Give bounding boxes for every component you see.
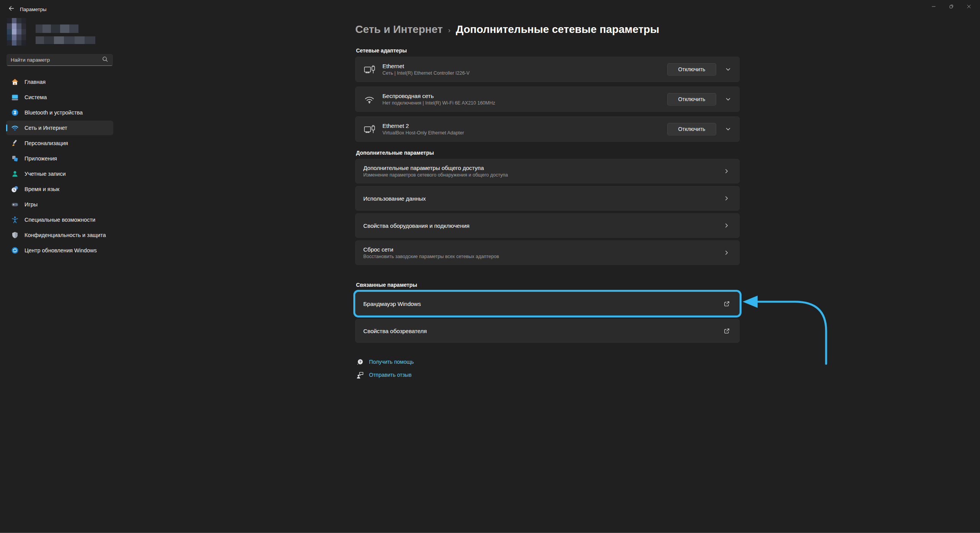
chevron-down-icon[interactable] [724, 95, 732, 103]
settings-row-data-usage[interactable]: Использование данных [355, 186, 740, 211]
sidebar-item-privacy-security[interactable]: Конфиденциальность и защита [6, 228, 113, 242]
settings-row-subtitle: Изменение параметров сетевого обнаружени… [363, 172, 722, 178]
sidebar-item-bluetooth-devices[interactable]: Bluetooth и устройства [6, 105, 113, 120]
search-input[interactable]: Найти параметр [7, 54, 113, 66]
sidebar-item-label: Bluetooth и устройства [24, 110, 83, 116]
sidebar-item-network-internet[interactable]: Сеть и Интернет [6, 121, 113, 135]
send-feedback-link[interactable]: Отправить отзыв [356, 370, 740, 380]
close-button[interactable] [960, 0, 978, 13]
sidebar-item-label: Игры [24, 201, 38, 208]
search-icon[interactable] [102, 56, 109, 64]
sidebar-item-label: Специальные возможности [24, 217, 95, 223]
adapter-row-ethernet[interactable]: Ethernet Сеть | Intel(R) Ethernet Contro… [355, 57, 740, 82]
related-row-internet-options[interactable]: Свойства обозревателя [355, 319, 740, 343]
related-row-title: Брандмауэр Windows [363, 301, 722, 307]
back-button[interactable] [5, 3, 18, 15]
adapter-title: Беспроводная сеть [382, 93, 667, 99]
sidebar: Главная Система Bluetooth и устройства С… [6, 75, 113, 258]
apps-icon [11, 155, 19, 162]
settings-row-subtitle: Восстановить заводские параметры всех се… [363, 254, 722, 259]
chevron-right-icon [722, 194, 731, 203]
sidebar-item-windows-update[interactable]: Центр обновления Windows [6, 243, 113, 258]
close-icon [966, 3, 972, 10]
sidebar-item-label: Время и язык [24, 186, 59, 192]
footer-links: ? Получить помощь Отправить отзыв [356, 356, 740, 380]
chevron-down-icon[interactable] [724, 65, 732, 74]
adapter-subtitle: Сеть | Intel(R) Ethernet Controller I226… [382, 70, 667, 76]
get-help-link[interactable]: ? Получить помощь [356, 356, 740, 367]
sidebar-item-gaming[interactable]: Игры [6, 197, 113, 212]
settings-row-hardware-properties[interactable]: Свойства оборудования и подключения [355, 213, 740, 238]
section-label-related: Связанные параметры [356, 282, 740, 288]
gaming-icon [11, 201, 19, 208]
sidebar-item-accounts[interactable]: Учетные записи [6, 167, 113, 181]
adapter-subtitle: Нет подключения | Intel(R) Wi-Fi 6E AX21… [382, 100, 667, 106]
disable-button[interactable]: Отключить [667, 123, 716, 136]
help-icon: ? [356, 358, 364, 366]
sidebar-item-label: Главная [24, 79, 46, 85]
sidebar-item-time-language[interactable]: Время и язык [6, 182, 113, 196]
settings-row-network-reset[interactable]: Сброс сети Восстановить заводские параме… [355, 240, 740, 265]
bluetooth-icon [11, 109, 19, 116]
disable-button[interactable]: Отключить [667, 63, 716, 76]
sidebar-item-label: Система [24, 94, 47, 100]
time-language-icon [11, 185, 19, 193]
network-icon [11, 124, 19, 132]
settings-window: { "window": { "title": "Параметры" }, "s… [0, 0, 980, 533]
related-row-windows-firewall[interactable]: Брандмауэр Windows [355, 292, 740, 316]
sidebar-item-label: Персонализация [24, 140, 68, 146]
sidebar-item-label: Сеть и Интернет [24, 125, 67, 131]
send-feedback-label: Отправить отзыв [369, 372, 412, 378]
sidebar-item-home[interactable]: Главная [6, 75, 113, 89]
app-title: Параметры [20, 7, 46, 12]
related-row-title: Свойства обозревателя [363, 328, 722, 334]
sidebar-item-accessibility[interactable]: Специальные возможности [6, 213, 113, 227]
sidebar-item-label: Учетные записи [24, 171, 66, 177]
adapter-title: Ethernet [382, 63, 667, 69]
home-icon [11, 78, 19, 86]
svg-text:?: ? [359, 360, 361, 364]
restore-icon [948, 3, 954, 10]
avatar [7, 18, 26, 46]
settings-row-title: Свойства оборудования и подключения [363, 222, 722, 229]
sidebar-item-label: Центр обновления Windows [24, 247, 97, 253]
chevron-right-icon [722, 167, 731, 175]
breadcrumb-separator-icon: › [448, 23, 450, 38]
personalization-icon [11, 139, 19, 147]
chevron-down-icon[interactable] [724, 125, 732, 133]
adapter-row-ethernet-2[interactable]: Ethernet 2 VirtualBox Host-Only Ethernet… [355, 116, 740, 142]
main-content: Сеть и Интернет › Дополнительные сетевые… [355, 0, 740, 383]
account-email-blurred [36, 36, 95, 44]
page-title: Дополнительные сетевые параметры [456, 22, 659, 37]
chevron-right-icon [722, 221, 731, 230]
annotation-arrow [737, 288, 831, 368]
back-icon [8, 5, 15, 13]
accounts-icon [11, 170, 19, 178]
section-label-adapters: Сетевые адаптеры [356, 47, 740, 54]
minimize-button[interactable] [925, 0, 942, 13]
system-icon [11, 93, 19, 101]
restore-button[interactable] [942, 0, 960, 13]
sidebar-item-label: Приложения [24, 155, 57, 162]
adapter-row-wireless[interactable]: Беспроводная сеть Нет подключения | Inte… [355, 87, 740, 112]
adapter-title: Ethernet 2 [382, 123, 667, 129]
settings-row-title: Дополнительные параметры общего доступа [363, 165, 722, 171]
account-name-blurred [36, 25, 78, 33]
disable-button[interactable]: Отключить [667, 93, 716, 106]
windows-update-icon [11, 247, 19, 254]
chevron-right-icon [722, 249, 731, 257]
wifi-icon [363, 94, 376, 105]
breadcrumb: Сеть и Интернет › Дополнительные сетевые… [355, 21, 740, 38]
get-help-label: Получить помощь [369, 359, 414, 365]
settings-row-title: Использование данных [363, 195, 722, 202]
section-label-additional: Дополнительные параметры [356, 150, 740, 156]
breadcrumb-parent[interactable]: Сеть и Интернет [355, 22, 443, 37]
sidebar-item-system[interactable]: Система [6, 90, 113, 105]
sidebar-item-label: Конфиденциальность и защита [24, 232, 106, 238]
privacy-shield-icon [11, 231, 19, 239]
external-link-icon [722, 327, 731, 335]
sidebar-item-personalization[interactable]: Персонализация [6, 136, 113, 150]
adapter-subtitle: VirtualBox Host-Only Ethernet Adapter [382, 130, 667, 136]
sidebar-item-apps[interactable]: Приложения [6, 151, 113, 166]
settings-row-sharing-options[interactable]: Дополнительные параметры общего доступа … [355, 159, 740, 183]
